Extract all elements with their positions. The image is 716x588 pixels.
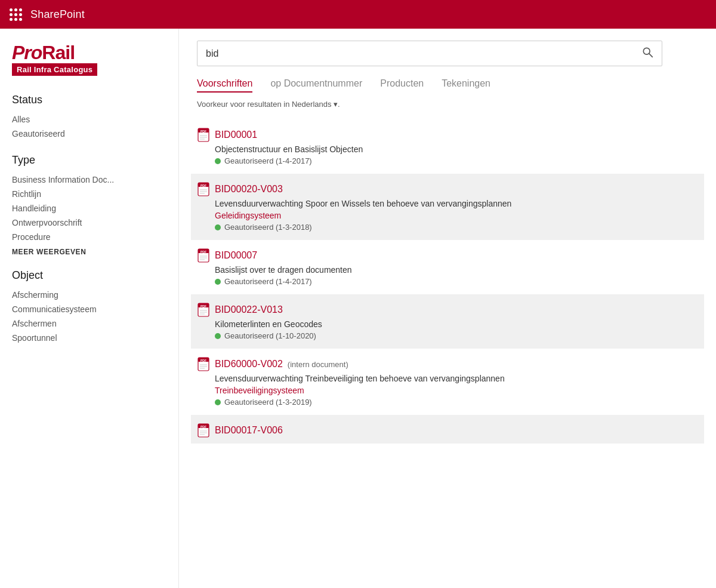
pdf-icon: PDF <box>197 357 210 371</box>
search-bar <box>197 41 662 66</box>
result-title-link[interactable]: BID00001 <box>215 130 257 140</box>
tab-op-documentnummer[interactable]: op Documentnummer <box>270 78 362 93</box>
result-title-row: PDF BID60000-V002 (intern document) <box>197 357 698 371</box>
sidebar-item-communicatiesysteem[interactable]: Communicatiesysteem <box>12 302 166 316</box>
result-title-row: PDF BID00017-V006 <box>197 423 698 438</box>
pdf-icon: PDF <box>197 182 210 196</box>
prorail-logo: ProRail <box>12 43 166 62</box>
status-dot <box>215 333 221 339</box>
content-area: Voorschriften op Documentnummer Producte… <box>179 29 716 588</box>
tab-voorschriften[interactable]: Voorschriften <box>197 78 252 93</box>
sidebar-item-afschermen[interactable]: Afschermen <box>12 316 166 331</box>
svg-text:PDF: PDF <box>200 359 206 362</box>
sidebar-item-alles[interactable]: Alles <box>12 112 166 127</box>
pdf-icon: PDF <box>197 303 210 317</box>
svg-text:PDF: PDF <box>200 304 206 308</box>
pdf-icon: PDF <box>197 128 210 142</box>
search-button[interactable] <box>633 41 662 66</box>
result-status: Geautoriseerd (1-3-2018) <box>215 223 698 232</box>
sharepoint-title: SharePoint <box>30 8 85 21</box>
intern-badge: (intern document) <box>288 360 348 369</box>
result-item: PDF BID60000-V002 (intern document) Leve… <box>191 349 704 415</box>
status-dot <box>215 399 221 405</box>
sidebar-item-richtlijn[interactable]: Richtlijn <box>12 187 166 201</box>
result-category[interactable]: Treinbeveiligingsysteem <box>215 386 698 395</box>
meer-weergeven-button[interactable]: MEER WEERGEVEN <box>12 248 166 256</box>
result-item: PDF BID00007 Basislijst over te dragen d… <box>191 240 704 294</box>
result-item: PDF BID00001 Objectenstructuur en Basisl… <box>191 119 704 174</box>
tab-producten[interactable]: Producten <box>380 78 424 93</box>
result-description: Objectenstructuur en Basislijst Objecten <box>215 144 698 154</box>
result-title-row: PDF BID00007 <box>197 248 698 263</box>
results-list: PDF BID00001 Objectenstructuur en Basisl… <box>197 119 698 444</box>
result-description: Levensduurverwachting Treinbeveiliging t… <box>215 374 698 383</box>
result-title-link[interactable]: BID00020-V003 <box>215 184 283 195</box>
result-status: Geautoriseerd (1-4-2017) <box>215 156 698 165</box>
result-status: Geautoriseerd (1-4-2017) <box>215 277 698 286</box>
status-section-title: Status <box>12 94 166 106</box>
app-launcher-icon[interactable] <box>10 8 22 21</box>
result-title-link[interactable]: BID00007 <box>215 250 257 261</box>
status-dot <box>215 224 221 230</box>
result-title-row: PDF BID00022-V013 <box>197 303 698 317</box>
result-item-partial: PDF BID00017-V006 <box>191 415 704 444</box>
result-title-link[interactable]: BID00017-V006 <box>215 425 283 436</box>
top-bar: SharePoint <box>0 0 716 29</box>
sidebar-item-afscherming[interactable]: Afscherming <box>12 288 166 302</box>
main-container: ProRail Rail Infra Catalogus Status Alle… <box>0 29 716 588</box>
sidebar-item-spoortunnel[interactable]: Spoortunnel <box>12 331 166 345</box>
result-status: Geautoriseerd (1-10-2020) <box>215 331 698 340</box>
sidebar-item-geautoriseerd[interactable]: Geautoriseerd <box>12 127 166 141</box>
status-dot <box>215 158 221 164</box>
logo-subtitle: Rail Infra Catalogus <box>12 63 97 76</box>
result-description: Basislijst over te dragen documenten <box>215 265 698 275</box>
result-category[interactable]: Geleidingsysteem <box>215 211 698 220</box>
status-dot <box>215 279 221 285</box>
svg-text:PDF: PDF <box>200 184 206 187</box>
type-section-title: Type <box>12 154 166 167</box>
result-description: Kilometerlinten en Geocodes <box>215 319 698 329</box>
search-input[interactable] <box>197 44 633 64</box>
result-status: Geautoriseerd (1-3-2019) <box>215 398 698 407</box>
svg-text:PDF: PDF <box>200 425 206 429</box>
tabs: Voorschriften op Documentnummer Producte… <box>197 78 698 93</box>
result-title-row: PDF BID00020-V003 <box>197 182 698 196</box>
result-item: PDF BID00022-V013 Kilometerlinten en Geo… <box>191 294 704 349</box>
sidebar-item-ontwerpvoorschrift[interactable]: Ontwerpvoorschrift <box>12 216 166 230</box>
svg-text:PDF: PDF <box>200 130 206 133</box>
result-title-row: PDF BID00001 <box>197 128 698 142</box>
pdf-icon: PDF <box>197 248 210 263</box>
sidebar: ProRail Rail Infra Catalogus Status Alle… <box>0 29 179 588</box>
result-item: PDF BID00020-V003 Levensduurverwachting … <box>191 174 704 240</box>
sidebar-item-procedure[interactable]: Procedure <box>12 230 166 244</box>
svg-line-1 <box>649 54 652 57</box>
result-title-link[interactable]: BID00022-V013 <box>215 304 283 315</box>
svg-text:PDF: PDF <box>200 250 206 254</box>
logo-area: ProRail Rail Infra Catalogus <box>12 43 166 76</box>
lang-preference[interactable]: Voorkeur voor resultaten in Nederlands ▾… <box>197 100 698 109</box>
sidebar-item-handleiding[interactable]: Handleiding <box>12 201 166 216</box>
pdf-icon: PDF <box>197 423 210 438</box>
result-description: Levensduurverwachting Spoor en Wissels t… <box>215 199 698 208</box>
tab-tekeningen[interactable]: Tekeningen <box>442 78 490 93</box>
sidebar-item-business-info[interactable]: Business Information Doc... <box>12 173 166 187</box>
result-title-link[interactable]: BID60000-V002 <box>215 359 283 370</box>
object-section-title: Object <box>12 269 166 282</box>
